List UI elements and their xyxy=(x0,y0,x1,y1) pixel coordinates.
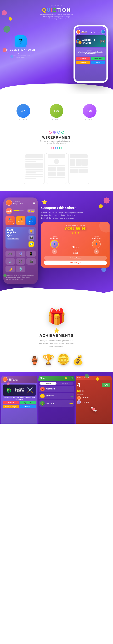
thousand-coins-info: 1000 Coins xyxy=(46,402,68,404)
player2-coins: 0.00 xyxy=(98,32,100,33)
player2-score: 2 xyxy=(94,249,99,254)
level-score-row: 10.5 🪙 653 xyxy=(5,207,36,215)
free-coins-icon: 🪙 xyxy=(40,394,45,398)
wf-frame-2 xyxy=(46,153,67,184)
treasure-chest-icon: 🎁 xyxy=(7,308,106,326)
tab-best-deals[interactable]: Best Deals xyxy=(56,382,74,385)
tagline: QuizTion it's an interesting and funny t… xyxy=(0,14,113,20)
share-btn[interactable]: ↗ Share Results xyxy=(44,256,107,260)
shop-item-rewarded-ad[interactable]: ▶ Rewarded ad Watch a video ad › xyxy=(39,386,74,392)
answer-cherries[interactable]: Cherries xyxy=(76,57,90,60)
answer-strawberries[interactable]: Strawberries xyxy=(91,57,105,60)
dot-green2 xyxy=(59,147,62,150)
logo-area: Q U I Z T I O N QUIZTION QuizTion it's a… xyxy=(0,4,113,20)
stars-row: ★ ★ ★ xyxy=(43,231,108,234)
wf-line-4 xyxy=(26,170,43,172)
music-icon: 🎵 xyxy=(17,218,25,221)
diamond-icon[interactable]: 💎 xyxy=(28,242,34,247)
quiz-answer-grid[interactable]: Dothraki High Valyrian Common Tongue Lha… xyxy=(3,401,36,408)
answer-grid[interactable]: Cherries Strawberries Oranges Apples xyxy=(75,57,106,66)
icon-magic[interactable]: 🔮 xyxy=(16,250,26,257)
following-label: Following xyxy=(77,394,110,395)
feature-icon: ? xyxy=(14,36,26,48)
wos-user-row-2: Olivia Reid xyxy=(77,400,110,404)
color-item-blue: Aa #2580FF xyxy=(16,104,30,121)
icon-gear[interactable]: ⚙️ xyxy=(16,266,26,272)
cat-space[interactable]: 🚀 Space Exploration xyxy=(26,216,36,225)
shop-coin-icon: 🪙 xyxy=(65,377,67,379)
qa-dothraki[interactable]: Dothraki xyxy=(3,401,19,404)
avatar1 xyxy=(76,30,80,34)
menu-icon[interactable]: ☰ xyxy=(33,201,36,204)
color-blob-green: Bb xyxy=(50,104,63,118)
tab-free-stuff[interactable]: Free Stuff xyxy=(40,382,56,385)
category-icons: 🎮 🔮 📱 ⚓ 🎧 🎬 🌙 ⚙️ xyxy=(5,249,36,274)
icon-game[interactable]: 🎮 xyxy=(6,250,15,257)
level-progress-fill xyxy=(14,210,20,212)
wf-frame-3 xyxy=(68,153,89,184)
quiz-screen-header: Playing Billy Curtis xyxy=(1,376,38,383)
shop-cart-icon[interactable]: 🛒 xyxy=(71,377,73,379)
color-section: Aa #2580FF Bb #7DB828 Cc #A63EFF xyxy=(0,94,113,126)
feature-title: CHOOSE THE ANSWER xyxy=(5,49,36,51)
answer-apples[interactable]: Apples xyxy=(91,61,105,64)
wos-header: World of Sweets xyxy=(76,376,112,380)
total-score-left: 168 xyxy=(72,245,79,249)
app-name: QUIZTION xyxy=(0,7,113,13)
trophies-row: 🏺 🏆 🪙 💰 xyxy=(7,353,106,365)
player2-avatar: 👤 xyxy=(92,240,101,248)
wf-line-5 xyxy=(26,172,36,174)
feature-desc: There are several questions in each cate… xyxy=(5,52,36,58)
phone-description: Compare results with other players and u… xyxy=(5,274,36,282)
scores-middle: 168 vs 128 xyxy=(72,245,79,255)
rewarded-ad-sub: Watch a video ad xyxy=(46,389,71,390)
trophy-icon[interactable]: 🏆 xyxy=(28,229,34,234)
shop-item-free-coins[interactable]: 🪙 Free Coins Get free coins +20 xyxy=(39,393,74,400)
cat-horror[interactable]: 🎭 American Horror Story xyxy=(6,216,15,225)
wos-user2-name: Olivia Reid xyxy=(82,401,88,403)
shop-items-list: ▶ Rewarded ad Watch a video ad › 🪙 Free … xyxy=(38,386,74,407)
movie-title: WRECK-IT RALPH xyxy=(82,39,100,44)
color-item-purple: Cc #A63EFF xyxy=(83,104,96,121)
question-icon: ? xyxy=(19,38,22,45)
hero-section: Q U I Z T I O N QUIZTION QuizTion it's a… xyxy=(0,0,113,94)
shop-item-1000-coins[interactable]: 💰 1000 Coins 0.99$ xyxy=(39,400,74,407)
wf-line-8 xyxy=(26,178,36,179)
update-badge[interactable]: UPDATE BUNDLE xyxy=(7,238,19,240)
phone-screen: 9:41 ●●● Olivia Reid ● Milly Coins VS xyxy=(75,26,106,82)
icon-moon[interactable]: 🌙 xyxy=(6,266,15,272)
banner-char1: 🐉 xyxy=(6,387,12,393)
qa-valyrian[interactable]: High Valyrian xyxy=(20,401,36,404)
wos-play-btn[interactable]: PLAY xyxy=(102,383,110,387)
new-quiz-btn[interactable]: Take New Quiz xyxy=(44,260,107,265)
icon-phone[interactable]: 📱 xyxy=(26,250,36,257)
quiz-movie-banner: 🐉 GAME OFTHRONES ⚔️ xyxy=(3,384,36,396)
rewarded-ad-info: Rewarded ad Watch a video ad xyxy=(46,388,71,390)
left-phone-frame: Quiztion it's Billy Curtis ☰ 10.5 xyxy=(4,198,38,284)
quiz-user-avatar xyxy=(3,377,8,382)
wf-grid-3col xyxy=(70,159,88,166)
thousand-coins-price: 0.99$ xyxy=(69,402,73,404)
question-area: Question 4/7 What type of fruit does Ral… xyxy=(76,48,106,56)
profile-avatar xyxy=(6,200,12,206)
answer-oranges[interactable]: Oranges xyxy=(76,61,90,64)
qa-common[interactable]: Common Tongue xyxy=(3,405,19,408)
profile-name: Billy Curtis xyxy=(13,202,23,204)
wf-line-9 xyxy=(48,165,65,166)
icon-anchor[interactable]: ⚓ xyxy=(6,258,15,265)
level-dot-empty1 xyxy=(80,390,83,392)
deco-bottom2 xyxy=(7,382,10,385)
wf-line-7 xyxy=(26,176,43,177)
question-number: Question 4/7 xyxy=(77,50,104,51)
thousand-coins-icon: 💰 xyxy=(40,401,45,406)
app-label: Q U I Z T I O N xyxy=(0,5,113,7)
icon-headphone[interactable]: 🎧 xyxy=(16,258,26,265)
icon-film[interactable]: 🎬 xyxy=(26,258,36,265)
cat-music[interactable]: 🎵 Classical Music xyxy=(16,216,26,225)
trophy-2: 🏆 xyxy=(42,354,54,365)
movie-icon[interactable]: 🎬 xyxy=(28,235,34,240)
wireframes-section: WIREFRAMES The first step was to create … xyxy=(0,126,113,190)
level-dot-empty2 xyxy=(84,390,86,392)
qa-lhazareen[interactable]: Lhazareen xyxy=(20,405,36,408)
quiz-action-icons: 🏆 🎬 💎 xyxy=(28,229,34,247)
